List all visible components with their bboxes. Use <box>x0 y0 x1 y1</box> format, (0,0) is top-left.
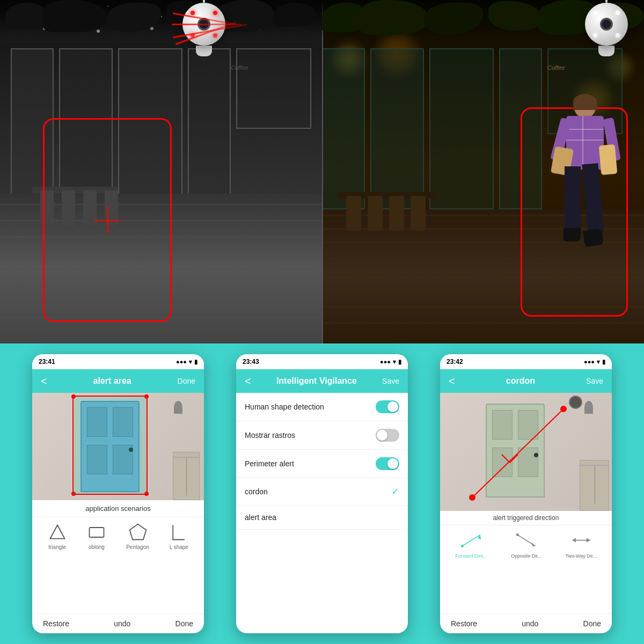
save-button-middle[interactable]: Save <box>382 377 399 385</box>
checkmark-cordon: ✓ <box>391 486 399 497</box>
bottom-buttons-left: Restore undo Done <box>32 613 204 633</box>
toggle-rastros[interactable] <box>376 429 399 442</box>
done-button-left[interactable]: Done <box>175 619 193 628</box>
vigilance-list: Human shape detection Mostrar rastros Pe… <box>236 393 408 633</box>
wifi-middle: ▾ <box>393 358 396 365</box>
cordon-camera-view[interactable] <box>440 393 612 511</box>
time-middle: 23:43 <box>243 358 259 365</box>
battery-left: ▮ <box>194 358 197 365</box>
vigilance-item-human[interactable]: Human shape detection <box>236 393 408 421</box>
svg-line-3 <box>472 409 564 497</box>
nav-bar-middle: < Intelligent Vigilance Save <box>236 369 408 393</box>
svg-point-10 <box>461 545 464 547</box>
camera-view-left <box>32 393 204 500</box>
svg-line-8 <box>462 535 480 546</box>
svg-marker-0 <box>50 525 64 539</box>
shape-triangle[interactable]: triangle <box>48 523 67 550</box>
nav-title-left: alert area <box>93 376 131 386</box>
svg-marker-16 <box>572 538 576 542</box>
direction-opposite[interactable]: Opposite Dir... <box>511 530 541 559</box>
restore-button-right[interactable]: Restore <box>451 619 477 628</box>
status-bar-left: 23:41 ●●● ▾ ▮ <box>32 354 204 369</box>
svg-line-5 <box>510 455 518 463</box>
battery-middle: ▮ <box>398 358 401 365</box>
vigilance-item-rastros[interactable]: Mostrar rastros <box>236 421 408 450</box>
done-button-right[interactable]: Done <box>583 619 601 628</box>
shapes-row: triangle oblong Pentagon L shape <box>32 517 204 553</box>
phone-cordon: 23:42 ●●● ▾ ▮ < cordon Save <box>440 354 612 633</box>
direction-forward[interactable]: Forward Dire... <box>455 530 487 559</box>
back-button-right[interactable]: < <box>449 375 455 387</box>
time-left: 23:41 <box>39 358 55 365</box>
signal-left: ●●● <box>176 358 187 365</box>
save-button-right[interactable]: Save <box>586 377 603 385</box>
selection-box[interactable] <box>72 396 148 495</box>
save-button-left[interactable]: Done <box>178 377 195 385</box>
wall-light <box>174 401 182 414</box>
status-bar-right: 23:42 ●●● ▾ ▮ <box>440 354 612 369</box>
camera-device-left <box>182 0 225 56</box>
camera-right: Coffee <box>322 0 644 343</box>
vigilance-label-perimeter: Perimeter alert <box>245 459 294 468</box>
svg-rect-1 <box>89 528 104 537</box>
wifi-left: ▾ <box>189 358 192 365</box>
undo-button-right[interactable]: undo <box>522 619 538 628</box>
vigilance-label-alert-area: alert area <box>245 513 276 522</box>
top-camera-section: Coffee <box>0 0 644 343</box>
status-bar-middle: 23:43 ●●● ▾ ▮ <box>236 354 408 369</box>
vigilance-item-alert-area[interactable]: alert area <box>236 506 408 530</box>
direction-row: Forward Dire... Opposite Dir... Two-Way <box>440 525 612 563</box>
shape-lshape[interactable]: L shape <box>169 523 188 550</box>
restore-button-left[interactable]: Restore <box>43 619 69 628</box>
phone-vigilance: 23:43 ●●● ▾ ▮ < Intelligent Vigilance Sa… <box>236 354 408 633</box>
back-button-middle[interactable]: < <box>245 375 251 387</box>
cordon-line-svg[interactable] <box>440 393 612 511</box>
vigilance-item-cordon[interactable]: cordon ✓ <box>236 478 408 506</box>
wifi-right: ▾ <box>597 358 600 365</box>
signal-middle: ●●● <box>380 358 391 365</box>
nav-bar-left: < alert area Done <box>32 369 204 393</box>
vigilance-label-rastros: Mostrar rastros <box>245 431 295 440</box>
nav-title-right: cordon <box>506 376 535 386</box>
undo-button-left[interactable]: undo <box>114 619 130 628</box>
battery-right: ▮ <box>602 358 605 365</box>
svg-point-13 <box>516 533 518 536</box>
nav-title-middle: Intelligent Vigilance <box>276 376 357 386</box>
svg-marker-15 <box>587 538 590 542</box>
alert-caption: alert triggered direction <box>440 511 612 525</box>
svg-point-7 <box>560 406 567 412</box>
time-right: 23:42 <box>447 358 463 365</box>
svg-line-4 <box>502 455 510 463</box>
camera-left: Coffee <box>0 0 322 343</box>
closet-door <box>173 452 200 500</box>
svg-marker-12 <box>532 543 536 547</box>
svg-marker-2 <box>129 524 146 540</box>
shape-oblong[interactable]: oblong <box>87 523 106 550</box>
direction-twoway[interactable]: Two-Way Dir... <box>566 530 597 559</box>
vigilance-label-cordon: cordon <box>245 487 268 496</box>
camera-device-right <box>585 0 628 56</box>
camera-caption-left: application scenarios <box>32 500 204 517</box>
toggle-perimeter[interactable] <box>376 457 399 470</box>
phone-alert-area: 23:41 ●●● ▾ ▮ < alert area Done <box>32 354 204 633</box>
nav-bar-right: < cordon Save <box>440 369 612 393</box>
signal-right: ●●● <box>584 358 595 365</box>
bottom-phones-section: 23:41 ●●● ▾ ▮ < alert area Done <box>0 343 644 644</box>
back-button-left[interactable]: < <box>41 375 47 387</box>
vigilance-label-human: Human shape detection <box>245 402 324 411</box>
vigilance-item-perimeter[interactable]: Perimeter alert <box>236 450 408 478</box>
bottom-buttons-right: Restore undo Done <box>440 613 612 633</box>
toggle-human[interactable] <box>376 400 399 413</box>
shape-pentagon[interactable]: Pentagon <box>126 523 149 550</box>
svg-point-6 <box>469 494 475 501</box>
